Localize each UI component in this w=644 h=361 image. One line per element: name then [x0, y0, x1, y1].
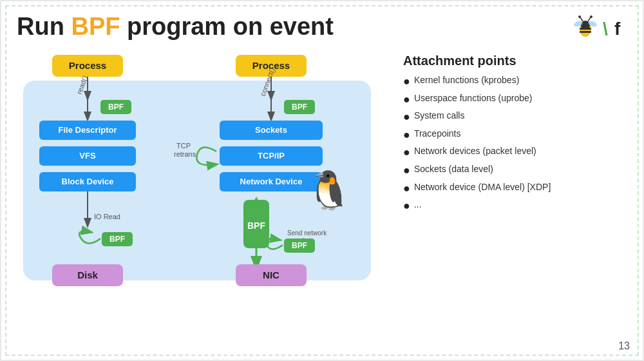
- svg-line-6: [580, 17, 583, 21]
- svg-text:File Descriptor: File Descriptor: [58, 125, 117, 135]
- slide-title: Run BPF program on event: [17, 13, 334, 41]
- bullet-icon: ●: [403, 93, 410, 107]
- logo-area: \ f: [572, 14, 627, 41]
- bullet-icon: ●: [403, 110, 410, 124]
- bullet-icon: ●: [403, 128, 410, 142]
- svg-rect-3: [580, 31, 591, 33]
- svg-text:Network Device: Network Device: [240, 177, 303, 186]
- brand-logo-icon: \ f: [601, 14, 627, 40]
- attachment-item-text: Sockets (data level): [414, 164, 493, 174]
- svg-text:f: f: [614, 19, 621, 39]
- svg-text:VFS: VFS: [79, 151, 96, 161]
- svg-point-9: [590, 15, 592, 18]
- bullet-icon: ●: [403, 164, 410, 178]
- svg-text:BPF: BPF: [292, 102, 307, 112]
- bullet-icon: ●: [403, 75, 410, 89]
- attachment-item-text: System calls: [414, 110, 465, 121]
- svg-point-7: [578, 15, 581, 18]
- title-suffix: program on event: [120, 13, 334, 40]
- attachment-list-item: ●Sockets (data level): [403, 164, 627, 178]
- svg-line-8: [588, 17, 591, 21]
- attachment-section: Attachment points ●Kernel functions (kpr…: [403, 48, 627, 302]
- attachment-list-item: ●Kernel functions (kprobes): [403, 75, 627, 89]
- svg-text:Send network: Send network: [287, 229, 327, 237]
- attachment-item-text: Kernel functions (kprobes): [414, 75, 519, 85]
- attachment-list-item: ●System calls: [403, 110, 627, 124]
- bullet-icon: ●: [403, 146, 410, 160]
- diagram-svg: Process read() BPF File Descriptor VFS B…: [17, 48, 390, 300]
- svg-text:Disk: Disk: [77, 269, 98, 280]
- main-content: Process read() BPF File Descriptor VFS B…: [1, 46, 643, 307]
- svg-text:TCP/IP: TCP/IP: [258, 151, 285, 161]
- svg-text:🐧: 🐧: [306, 168, 353, 213]
- svg-text:BPF: BPF: [292, 241, 307, 250]
- svg-rect-2: [580, 28, 591, 30]
- attachment-list: ●Kernel functions (kprobes)●Userspace fu…: [403, 75, 627, 213]
- attachment-item-text: Tracepoints: [414, 128, 461, 139]
- svg-text:BPF: BPF: [247, 220, 265, 231]
- svg-text:Sockets: Sockets: [255, 125, 287, 135]
- attachment-list-item: ●Network devices (packet level): [403, 146, 627, 160]
- page-number: 13: [618, 340, 630, 352]
- svg-text:BPF: BPF: [108, 102, 124, 112]
- bee-logo-icon: [572, 14, 599, 41]
- attachment-list-item: ●Userspace functions (uprobe): [403, 93, 627, 107]
- svg-text:Block Device: Block Device: [62, 177, 114, 186]
- attachment-item-text: ...: [414, 199, 422, 210]
- svg-text:IO Read: IO Read: [94, 213, 120, 220]
- attachment-item-text: Network devices (packet level): [414, 146, 536, 156]
- svg-text:TCP: TCP: [176, 142, 191, 150]
- diagram-area: Process read() BPF File Descriptor VFS B…: [17, 48, 390, 302]
- attachment-item-text: Network device (DMA level) [XDP]: [414, 182, 551, 192]
- svg-text:Process: Process: [69, 60, 106, 71]
- svg-text:BPF: BPF: [109, 235, 125, 244]
- title-prefix: Run: [17, 13, 71, 40]
- svg-text:\: \: [603, 19, 608, 39]
- svg-text:NIC: NIC: [263, 269, 279, 280]
- attachment-title: Attachment points: [403, 54, 627, 68]
- bullet-icon: ●: [403, 182, 410, 196]
- attachment-list-item: ●Network device (DMA level) [XDP]: [403, 182, 627, 196]
- attachment-item-text: Userspace functions (uprobe): [414, 93, 533, 103]
- attachment-list-item: ●Tracepoints: [403, 128, 627, 142]
- bullet-icon: ●: [403, 199, 410, 213]
- slide-header: Run BPF program on event \ f: [1, 1, 643, 46]
- attachment-list-item: ●...: [403, 199, 627, 213]
- title-highlight: BPF: [71, 13, 120, 40]
- svg-text:retrans: retrans: [174, 150, 196, 158]
